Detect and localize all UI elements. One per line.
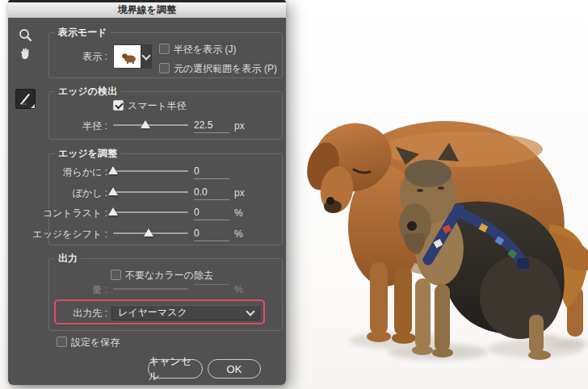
- hand-tool-button[interactable]: [18, 46, 32, 61]
- refine-radius-tool-button[interactable]: [15, 89, 36, 109]
- decontaminate-label: 不要なカラーの除去: [125, 270, 213, 281]
- flyout-triangle-icon: [31, 104, 35, 108]
- ok-button-label: OK: [227, 363, 242, 375]
- feather-slider[interactable]: [113, 191, 188, 193]
- amount-slider-disabled: [113, 288, 188, 290]
- group-output-legend: 出力: [55, 253, 81, 265]
- smooth-label: 滑らかに :: [24, 166, 107, 178]
- chevron-down-icon: [141, 51, 150, 60]
- output-to-value: レイヤーマスク: [118, 306, 187, 320]
- smart-radius-label: スマート半径: [128, 100, 187, 111]
- feather-unit: px: [234, 187, 255, 199]
- contrast-label: コントラスト :: [24, 207, 107, 219]
- dialog-titlebar[interactable]: 境界線を調整: [8, 2, 286, 19]
- amount-unit: %: [234, 284, 255, 295]
- amount-label: 量 :: [24, 284, 107, 295]
- cancel-button[interactable]: キャンセル: [148, 359, 203, 379]
- dialog-title: 境界線を調整: [118, 3, 176, 17]
- contrast-slider-thumb[interactable]: [108, 207, 118, 215]
- remember-settings-label: 設定を保存: [71, 337, 120, 348]
- hand-icon: [19, 47, 32, 61]
- show-radius-label: 半径を表示 (J): [174, 44, 237, 55]
- smart-radius-checkbox[interactable]: [113, 100, 124, 111]
- radius-slider[interactable]: [113, 124, 188, 126]
- cancel-button-label: キャンセル: [149, 354, 202, 383]
- ok-button[interactable]: OK: [208, 359, 261, 379]
- contrast-unit: %: [234, 207, 255, 219]
- feather-label: ぼかし :: [24, 187, 107, 199]
- radius-label: 半径 :: [24, 120, 107, 132]
- zoom-tool-button[interactable]: [18, 27, 32, 42]
- smooth-value-field[interactable]: 0: [194, 165, 229, 179]
- shift-edge-slider-thumb[interactable]: [144, 228, 153, 236]
- group-adjust-edge-legend: エッジを調整: [55, 148, 120, 160]
- feather-slider-thumb[interactable]: [108, 187, 118, 195]
- view-label: 表示 :: [65, 51, 107, 62]
- show-radius-checkbox[interactable]: [159, 44, 170, 54]
- shift-edge-value-field[interactable]: 0: [194, 228, 229, 241]
- smooth-slider[interactable]: [113, 170, 188, 172]
- refine-edge-dialog: 境界線を調整: [8, 0, 286, 385]
- feather-value-field[interactable]: 0.0: [194, 186, 229, 200]
- remember-settings-checkbox[interactable]: [57, 337, 67, 347]
- group-edge-detection: エッジの検出: [48, 91, 283, 140]
- show-original-checkbox[interactable]: [159, 63, 170, 73]
- contrast-slider[interactable]: [113, 211, 188, 213]
- group-view-mode-legend: 表示モード: [55, 27, 111, 39]
- dialog-body: 表示モード 表示 : 半径を表示 (J) 元の選択範囲を表示 (P): [8, 18, 286, 385]
- amount-value-field-disabled: [194, 283, 229, 285]
- two-dogs-photo: [300, 105, 588, 375]
- decontaminate-checkbox[interactable]: [111, 270, 121, 280]
- view-thumbnail-image: [114, 45, 141, 68]
- view-thumbnail-dropdown[interactable]: [113, 44, 152, 69]
- magnifier-icon: [19, 28, 32, 42]
- smooth-slider-thumb[interactable]: [108, 166, 118, 174]
- shift-edge-label: エッジをシフト :: [24, 228, 107, 240]
- show-original-label: 元の選択範囲を表示 (P): [174, 63, 277, 74]
- group-edge-detection-legend: エッジの検出: [55, 86, 120, 98]
- output-to-label: 出力先 :: [24, 307, 107, 319]
- view-dropdown-chevron: [141, 45, 151, 68]
- radius-unit: px: [234, 120, 255, 132]
- check-icon: [115, 101, 124, 110]
- shift-edge-slider[interactable]: [113, 232, 188, 234]
- contrast-value-field[interactable]: 0: [194, 207, 229, 220]
- radius-slider-thumb[interactable]: [141, 120, 150, 128]
- radius-value-field[interactable]: 22.5: [194, 119, 229, 133]
- chevron-down-icon: [246, 307, 254, 316]
- screenshot-stage: 境界線を調整: [0, 0, 588, 389]
- shift-edge-unit: %: [234, 228, 255, 240]
- output-to-dropdown[interactable]: レイヤーマスク: [111, 305, 260, 320]
